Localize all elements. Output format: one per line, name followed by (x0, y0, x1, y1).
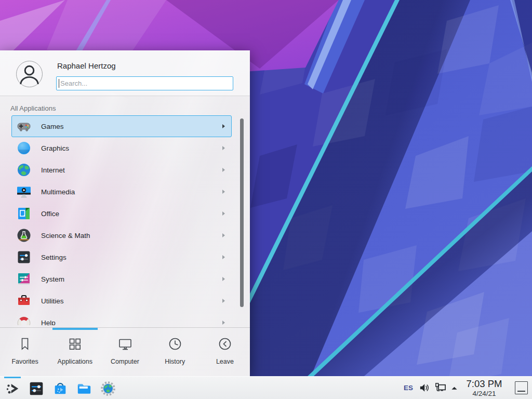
web-browser-button[interactable] (99, 379, 117, 398)
clock-date: 4/24/21 (461, 389, 507, 398)
settings-icon (17, 250, 31, 264)
science-math-icon (17, 228, 31, 243)
category-item-science-math[interactable]: Science & Math (11, 224, 232, 246)
launcher-header: Raphael Hertzog (0, 50, 250, 96)
category-item-graphics[interactable]: Graphics (11, 137, 232, 159)
kde-launcher-icon (5, 381, 20, 396)
submenu-arrow-icon (222, 124, 225, 128)
browser-icon (100, 381, 116, 396)
user-avatar[interactable] (16, 61, 43, 87)
active-tab-indicator (52, 328, 98, 330)
section-label: All Applications (10, 104, 56, 112)
internet-icon (17, 163, 31, 177)
tab-leave[interactable]: Leave (200, 328, 250, 376)
expand-tray-button[interactable] (450, 384, 458, 392)
volume-button[interactable] (419, 382, 430, 393)
digital-clock[interactable]: 7:03 PM 4/24/21 (461, 378, 507, 398)
tab-computer[interactable]: Computer (100, 328, 150, 376)
discover-icon (52, 381, 68, 396)
category-label: Utilities (41, 297, 222, 305)
submenu-arrow-icon (222, 277, 225, 281)
tab-label: Computer (111, 358, 139, 365)
text-cursor (59, 79, 59, 88)
submenu-arrow-icon (222, 146, 225, 150)
category-list: GamesGraphicsInternetMultimediaOfficeSci… (0, 115, 250, 325)
tab-label: History (165, 358, 185, 365)
launcher-footer: FavoritesApplicationsComputerHistoryLeav… (0, 327, 250, 376)
clock-time: 7:03 PM (461, 378, 507, 389)
category-label: Multimedia (41, 188, 222, 196)
active-task-indicator (4, 377, 21, 378)
tab-bar: FavoritesApplicationsComputerHistoryLeav… (0, 328, 250, 376)
computer-icon (117, 336, 133, 354)
system-icon (17, 272, 31, 286)
graphics-icon (17, 141, 31, 155)
category-item-help[interactable]: Help (11, 312, 232, 325)
utilities-icon (17, 294, 31, 308)
submenu-arrow-icon (222, 233, 225, 237)
system-settings-button[interactable] (27, 379, 46, 398)
keyboard-layout-indicator[interactable]: ES (404, 384, 413, 392)
tab-applications[interactable]: Applications (50, 328, 100, 376)
submenu-arrow-icon (222, 190, 225, 194)
category-label: Science & Math (41, 232, 222, 240)
show-desktop-button[interactable] (515, 381, 528, 394)
category-item-office[interactable]: Office (11, 203, 232, 224)
category-label: Office (41, 210, 222, 218)
application-launcher-button[interactable] (3, 379, 22, 398)
tab-favorites[interactable]: Favorites (0, 328, 50, 376)
help-icon (17, 315, 31, 325)
tab-label: Favorites (11, 358, 38, 365)
taskbar: ES 7:03 PM 4/24/21 (0, 376, 532, 399)
category-item-internet[interactable]: Internet (11, 159, 232, 181)
games-icon (17, 119, 31, 134)
office-icon (17, 206, 31, 221)
submenu-arrow-icon (222, 211, 225, 216)
multimedia-icon (17, 184, 31, 199)
category-label: Games (41, 123, 222, 130)
category-item-multimedia[interactable]: Multimedia (11, 181, 232, 203)
tab-label: Applications (58, 358, 92, 365)
application-launcher-popup: Raphael Hertzog All Applications GamesGr… (0, 50, 250, 376)
category-label: Graphics (41, 144, 222, 152)
applications-icon (67, 336, 83, 354)
scrollbar-handle[interactable] (240, 118, 244, 307)
submenu-arrow-icon (222, 299, 225, 303)
user-name: Raphael Hertzog (57, 61, 116, 70)
file-manager-button[interactable] (75, 379, 94, 398)
history-icon (167, 336, 183, 354)
submenu-arrow-icon (222, 255, 225, 259)
category-item-games[interactable]: Games (11, 115, 232, 137)
leave-icon (217, 336, 233, 354)
submenu-arrow-icon (222, 168, 225, 172)
discover-button[interactable] (51, 379, 70, 398)
favorites-icon (17, 336, 33, 354)
network-icon (434, 382, 446, 394)
category-label: Internet (41, 166, 222, 174)
volume-icon (419, 382, 430, 393)
tab-history[interactable]: History (150, 328, 200, 376)
category-item-system[interactable]: System (11, 268, 232, 290)
category-label: Help (41, 319, 222, 326)
search-input[interactable] (56, 76, 233, 90)
network-button[interactable] (434, 382, 446, 394)
dolphin-icon (76, 381, 92, 396)
expand-up-icon (450, 384, 458, 392)
category-label: System (41, 275, 222, 283)
category-label: Settings (41, 254, 222, 261)
tab-label: Leave (216, 358, 234, 365)
system-settings-icon (29, 381, 44, 396)
category-item-settings[interactable]: Settings (11, 246, 232, 268)
submenu-arrow-icon (222, 321, 225, 325)
category-item-utilities[interactable]: Utilities (11, 290, 232, 312)
